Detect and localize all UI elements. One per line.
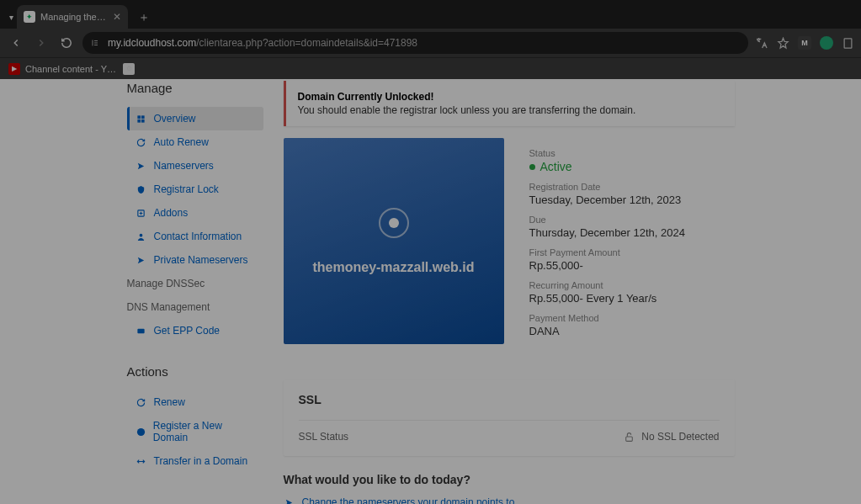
addons-icon <box>136 209 147 218</box>
svg-point-6 <box>140 233 143 236</box>
extension-icon-3[interactable] <box>842 37 854 50</box>
link-label: Change the nameservers your domain point… <box>302 496 515 504</box>
sidebar-item-label: Addons <box>154 207 189 219</box>
epp-icon <box>136 326 147 336</box>
tab-search-dropdown[interactable]: ▾ <box>5 5 17 29</box>
method-value: DANA <box>529 325 721 337</box>
status-badge: Active <box>529 160 721 173</box>
browser-toolbar: my.idcloudhost.com/clientarea.php?action… <box>0 29 861 57</box>
svg-rect-9 <box>626 436 633 440</box>
browser-tab[interactable]: ✦ Managing themoney-mazzall… ✕ <box>17 5 128 29</box>
sidebar-item-label: Nameservers <box>154 160 214 172</box>
translate-icon[interactable] <box>755 36 768 50</box>
sidebar-item-nameservers[interactable]: Nameservers <box>127 154 263 178</box>
due-value: Thursday, December 12th, 2024 <box>529 226 721 239</box>
bookmark-star-icon[interactable] <box>777 37 789 50</box>
sidebar-item-autorenew[interactable]: Auto Renew <box>127 130 263 154</box>
reg-date-label: Registration Date <box>529 182 721 192</box>
sidebar-item-label: Contact Information <box>154 231 242 242</box>
svg-rect-0 <box>844 38 852 47</box>
toolbar-icons: M <box>755 36 854 50</box>
bookmark-label: Channel content - Y… <box>25 64 116 74</box>
svg-rect-3 <box>137 119 141 122</box>
action-transfer[interactable]: Transfer in a Domain <box>127 449 263 473</box>
svg-rect-1 <box>137 115 141 119</box>
ssl-card: SSL SSL Status No SSL Detected <box>284 379 735 456</box>
ssl-status-value: No SSL Detected <box>624 431 719 443</box>
today-heading: What would you like to do today? <box>284 473 735 486</box>
sidebar-item-dns-mgmt[interactable]: DNS Management <box>127 295 263 319</box>
reload-button[interactable] <box>57 34 76 52</box>
bookmark-item-2[interactable]: ⚙ <box>123 63 135 75</box>
domain-name: themoney-mazzall.web.id <box>312 260 474 275</box>
first-pay-value: Rp.55,000- <box>529 259 721 272</box>
tab-strip: ▾ ✦ Managing themoney-mazzall… ✕ ＋ <box>0 0 861 29</box>
ssl-heading: SSL <box>299 393 720 406</box>
alert-banner: Domain Currently Unlocked! You should en… <box>284 81 735 126</box>
action-label: Renew <box>154 396 185 408</box>
sidebar-item-label: Manage DNSSec <box>127 278 205 289</box>
reg-date-value: Tuesday, December 12th, 2023 <box>529 194 721 206</box>
info-card: Status Active Registration Date Tuesday,… <box>516 138 735 356</box>
transfer-icon <box>136 457 147 466</box>
domain-avatar-icon <box>379 208 409 238</box>
action-label: Transfer in a Domain <box>154 455 248 467</box>
domain-card: themoney-mazzall.web.id <box>284 138 504 344</box>
nameservers-icon <box>136 162 147 171</box>
forward-button[interactable] <box>32 34 50 52</box>
sidebar-item-dnssec[interactable]: Manage DNSSec <box>127 272 263 295</box>
sidebar-item-label: Get EPP Code <box>154 325 221 337</box>
sidebar-item-registrar-lock[interactable]: Registrar Lock <box>127 178 263 201</box>
status-value: Active <box>540 160 572 173</box>
main-content: Domain Currently Unlocked! You should en… <box>284 79 735 504</box>
tab-close-icon[interactable]: ✕ <box>113 11 121 23</box>
actions-menu: Renew Register a New Domain Transfer in … <box>127 390 263 473</box>
today-action-list: Change the nameservers your domain point… <box>284 496 735 504</box>
action-label: Register a New Domain <box>153 420 255 443</box>
new-tab-button[interactable]: ＋ <box>133 7 155 29</box>
page-content: Manage Overview Auto Renew Nameservers R… <box>0 79 861 504</box>
status-label: Status <box>529 148 721 158</box>
sidebar-item-label: DNS Management <box>127 301 210 313</box>
sidebar-item-addons[interactable]: Addons <box>127 201 263 225</box>
svg-rect-7 <box>137 328 144 333</box>
action-register[interactable]: Register a New Domain <box>127 414 263 449</box>
alert-title: Domain Currently Unlocked! <box>298 91 723 103</box>
method-label: Payment Method <box>529 313 721 323</box>
svg-point-8 <box>137 427 145 435</box>
sidebar-item-private-ns[interactable]: Private Nameservers <box>127 248 263 272</box>
sidebar-item-label: Registrar Lock <box>154 183 219 195</box>
bookmark-favicon-2: ⚙ <box>123 63 135 75</box>
ssl-status-label: SSL Status <box>299 431 349 443</box>
extension-icon-1[interactable]: M <box>798 36 811 50</box>
sidebar-item-epp[interactable]: Get EPP Code <box>127 319 263 342</box>
site-info-icon[interactable] <box>91 38 101 48</box>
bookmark-item[interactable]: ▶ Channel content - Y… <box>8 63 116 75</box>
alert-text: You should enable the registrar lock unl… <box>298 104 723 116</box>
sidebar-item-overview[interactable]: Overview <box>127 107 263 130</box>
autorenew-icon <box>136 138 147 147</box>
sidebar-item-contact[interactable]: Contact Information <box>127 225 263 248</box>
overview-icon <box>136 114 147 124</box>
link-change-nameservers[interactable]: Change the nameservers your domain point… <box>284 496 735 504</box>
renew-icon <box>136 398 147 407</box>
address-bar[interactable]: my.idcloudhost.com/clientarea.php?action… <box>82 32 748 54</box>
due-label: Due <box>529 215 721 225</box>
manage-heading: Manage <box>127 81 263 95</box>
sidebar-item-label: Overview <box>154 113 196 125</box>
recurring-label: Recurring Amount <box>529 280 721 290</box>
manage-menu: Overview Auto Renew Nameservers Registra… <box>127 107 263 342</box>
svg-rect-2 <box>141 115 145 119</box>
lock-icon <box>136 185 147 194</box>
back-button[interactable] <box>7 34 25 52</box>
first-pay-label: First Payment Amount <box>529 247 721 257</box>
recurring-value: Rp.55,000- Every 1 Year/s <box>529 292 721 305</box>
youtube-icon: ▶ <box>8 63 20 75</box>
register-icon <box>136 427 146 437</box>
actions-heading: Actions <box>127 364 263 379</box>
unlock-icon <box>624 432 635 443</box>
status-dot-icon <box>529 164 535 170</box>
extension-icon-2[interactable] <box>820 36 833 50</box>
tab-favicon: ✦ <box>24 11 35 23</box>
action-renew[interactable]: Renew <box>127 390 263 414</box>
